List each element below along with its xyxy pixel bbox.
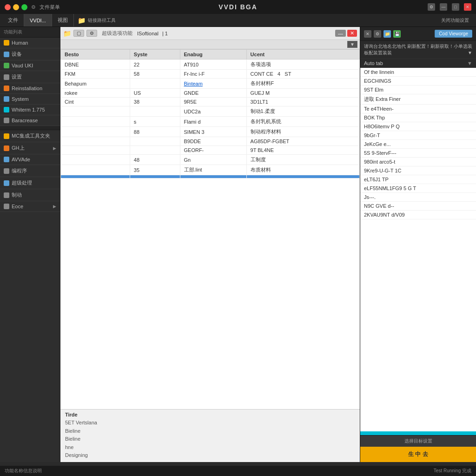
sidebar-label-super: 超级处理 bbox=[12, 179, 32, 186]
table-row[interactable]: 35 工部.lint 布质材料 bbox=[61, 165, 360, 175]
cell-enabug: B9DDE bbox=[180, 137, 246, 146]
sidebar-item-super[interactable]: 超级处理 bbox=[0, 177, 60, 189]
right-list-item-7[interactable]: H8O6itemv P Q bbox=[360, 122, 476, 131]
right-list-item-9[interactable]: JeKcGe e... bbox=[360, 140, 476, 149]
cell-ucent: 9T BL4NE bbox=[246, 146, 359, 155]
sidebar-item-gh[interactable]: GH上 ▶ bbox=[0, 142, 60, 154]
right-panel-list: Of the linnein EGCHINGS 9ST Elm 进取 Extra… bbox=[360, 68, 476, 431]
sidebar-icon-reinstall bbox=[4, 86, 9, 91]
right-list-item-5[interactable]: Te e4THeen- bbox=[360, 105, 476, 113]
table-row[interactable]: 48 Gn 工制度 bbox=[61, 155, 360, 165]
cell-ucent: 各封乳机系统 bbox=[246, 117, 359, 127]
table-row[interactable]: 88 SIMEN 3 制动程序材料 bbox=[61, 127, 360, 137]
sidebar-label-zhidong: 制动 bbox=[12, 192, 22, 198]
subwin-header-left: 📁 ▢ ⚙ 超级选项功能 ISoftional | 1 bbox=[63, 30, 168, 37]
sidebar-item-whiterm[interactable]: Whiterm 1.775 bbox=[0, 105, 60, 115]
sidebar-label-avva: AVVAde bbox=[12, 157, 30, 162]
cell-enabug: UDC2a bbox=[180, 106, 246, 117]
maximize-window-button[interactable] bbox=[21, 4, 27, 10]
right-list-item-12[interactable]: 9Kre9-U-G-T 1C bbox=[360, 166, 476, 175]
table-row[interactable]: Behapum Binteam 各封材料F bbox=[61, 79, 360, 89]
menu-tab-file[interactable]: 文件 bbox=[2, 14, 24, 26]
sidebar-item-eoce[interactable]: Eoce ▶ bbox=[0, 201, 60, 212]
sidebar-item-settings[interactable]: 设置 bbox=[0, 71, 60, 83]
right-panel-dropdown-label: Auto tab bbox=[364, 60, 383, 66]
right-panel-desc-dropdown[interactable]: ▼ bbox=[468, 50, 472, 56]
right-list-item-10[interactable]: 5S 9-StervF--- bbox=[360, 149, 476, 158]
sidebar-item-vaud[interactable]: Vaud UKI bbox=[0, 60, 60, 71]
subwin-controls: — ✕ bbox=[335, 30, 357, 37]
menu-tabs: 文件 VVDI... 视图 bbox=[2, 14, 74, 26]
subwin-close-btn[interactable]: ✕ bbox=[347, 30, 357, 37]
table-row[interactable]: GEORF- 9T BL4NE bbox=[61, 146, 360, 155]
minimize-window-button[interactable] bbox=[13, 4, 19, 10]
right-list-item-14[interactable]: eLF55NML1FG9 5 G T bbox=[360, 184, 476, 193]
sidebar-item-baracrease[interactable]: Baracrease bbox=[0, 115, 60, 126]
close-window-button[interactable] bbox=[5, 4, 11, 10]
sidebar-item-zhidong[interactable]: 制动 bbox=[0, 189, 60, 201]
app-menu-text: 文件菜单 bbox=[40, 4, 60, 11]
right-panel-action-button[interactable]: 生 中 去 bbox=[360, 447, 476, 462]
menu-toolbar: 📁 链接路径工具 bbox=[78, 17, 116, 24]
right-panel-cyan-bar bbox=[360, 431, 476, 435]
cell-syste bbox=[130, 106, 180, 117]
subwin-toolbar-btn2[interactable]: ⚙ bbox=[86, 30, 97, 37]
sidebar-label-device: 设备 bbox=[12, 51, 22, 58]
table-row[interactable]: Cint 38 9R5E 3D1LT1 bbox=[61, 98, 360, 106]
titlebar-minimize[interactable]: — bbox=[440, 3, 447, 11]
table-row[interactable]: DBNE 22 AT910 各项选项 bbox=[61, 60, 360, 70]
right-panel-cod-vieworge-btn[interactable]: Cod Vieworge bbox=[435, 30, 472, 38]
right-list-item-6[interactable]: BOK Thp bbox=[360, 113, 476, 122]
table-row[interactable]: rokee US GNDE GUEJ M bbox=[61, 89, 360, 98]
right-list-item-4[interactable]: 进取 Extra Finer bbox=[360, 94, 476, 105]
right-panel-dropdown-arrow[interactable]: ▼ bbox=[467, 60, 472, 66]
subwin-toolbar-btn1[interactable]: ▢ bbox=[73, 30, 84, 37]
sidebar-item-reinstall[interactable]: Reinstallation bbox=[0, 83, 60, 94]
menu-tab-view[interactable]: 视图 bbox=[52, 14, 74, 26]
right-panel-desc-text: 请询台北地名北地代 刷新配置！刷新获取！小单选装板配装置装装 bbox=[364, 44, 472, 55]
sidebar-label-reinstall: Reinstallation bbox=[12, 86, 42, 91]
sidebar-label-biancheng: 编程序 bbox=[12, 167, 27, 174]
right-list-item-17[interactable]: 2KVAU9NT d/V09 bbox=[360, 211, 476, 219]
cell-syste: US bbox=[130, 89, 180, 98]
sidebar-item-mc[interactable]: MC集成工具文夹 bbox=[0, 130, 60, 142]
cell-ucent: 制动程序材料 bbox=[246, 127, 359, 137]
cell-besto bbox=[61, 106, 130, 117]
column-dropdown-btn[interactable]: ▼ bbox=[347, 41, 357, 48]
col-header-syste: Syste bbox=[130, 50, 180, 60]
table-row[interactable]: UDC2a 制动1.柔度 bbox=[61, 106, 360, 117]
table-row[interactable]: FKM 58 Fr-Inc i-F CONT CE 4 ST bbox=[61, 70, 360, 79]
sidebar-label-baracrease: Baracrease bbox=[12, 118, 38, 123]
subwin-minimize-btn[interactable]: — bbox=[335, 30, 346, 37]
sidebar-item-device[interactable]: 设备 bbox=[0, 48, 60, 60]
right-panel-icon-close[interactable]: ✕ bbox=[364, 30, 371, 38]
sidebar-label-mc: MC集成工具文夹 bbox=[12, 132, 50, 139]
right-list-item-1[interactable]: Of the linnein bbox=[360, 68, 476, 77]
cell-besto bbox=[61, 165, 130, 175]
table-row[interactable]: B9DDE AG85DP-FGBET bbox=[61, 137, 360, 146]
right-list-item-2[interactable]: EGCHINGS bbox=[360, 77, 476, 86]
right-panel-icon-save[interactable]: 💾 bbox=[393, 30, 401, 38]
titlebar-maximize[interactable]: □ bbox=[452, 3, 459, 11]
table-row-selected[interactable] bbox=[61, 175, 360, 178]
sidebar-label-settings: 设置 bbox=[12, 73, 22, 80]
sidebar-item-avva[interactable]: AVVAde bbox=[0, 154, 60, 165]
titlebar-close[interactable]: ✕ bbox=[464, 3, 471, 11]
titlebar-icon-1[interactable]: ⚙ bbox=[428, 3, 435, 11]
right-list-item-8[interactable]: 9bGr-T bbox=[360, 131, 476, 140]
right-list-item-15[interactable]: Js---. bbox=[360, 193, 476, 202]
right-list-item-13[interactable]: eLT6J1 TP bbox=[360, 175, 476, 184]
sidebar-icon-avva bbox=[4, 157, 9, 162]
right-list-item-3[interactable]: 9ST Elm bbox=[360, 86, 476, 94]
sidebar-label-human: Human bbox=[12, 40, 28, 46]
sidebar-item-human[interactable]: Human bbox=[0, 38, 60, 48]
sidebar-item-system[interactable]: System bbox=[0, 94, 60, 105]
sidebar-item-biancheng[interactable]: 编程序 bbox=[0, 165, 60, 177]
table-row[interactable]: s Flami d 各封乳机系统 bbox=[61, 117, 360, 127]
right-list-item-11[interactable]: 980int arco5-t bbox=[360, 158, 476, 166]
right-list-item-16[interactable]: N9C GVE d-- bbox=[360, 202, 476, 211]
menu-tab-vvdi[interactable]: VVDI... bbox=[24, 14, 52, 26]
right-panel-icon-folder[interactable]: 📁 bbox=[383, 30, 391, 38]
right-panel-icon-gear[interactable]: ⚙ bbox=[374, 30, 381, 38]
bottom-info-title: Tirde bbox=[65, 412, 355, 417]
